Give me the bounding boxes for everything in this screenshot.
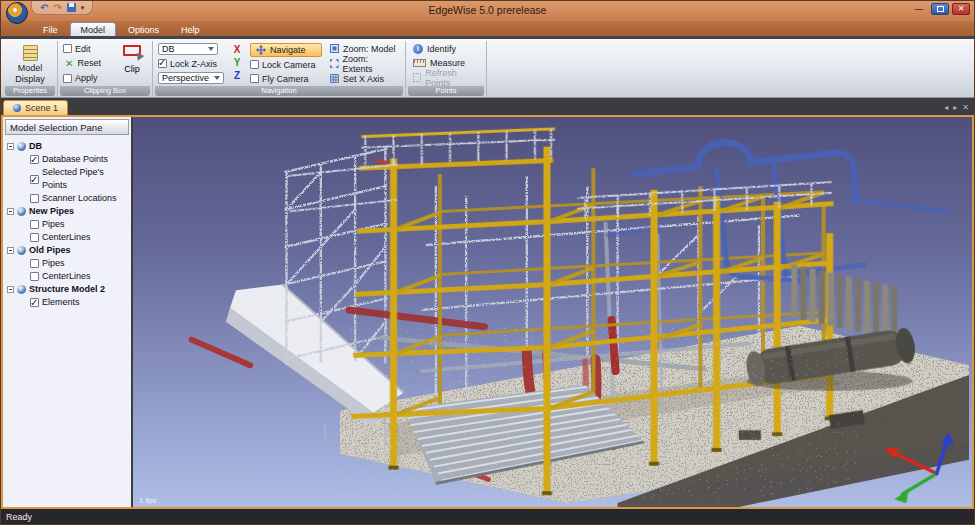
model-display-button[interactable]: Model Display (8, 43, 52, 84)
refresh-points-icon (413, 73, 421, 82)
minimize-button[interactable]: — (910, 3, 928, 15)
clip-button[interactable]: Clip (124, 64, 140, 74)
tree-item-database-points[interactable]: Database Points (30, 153, 131, 166)
window-title: EdgeWise 5.0 prerelease (1, 4, 974, 16)
zoom-model-label: Zoom: Model (343, 44, 396, 54)
tree-item-old-pipes-centerlines[interactable]: CenterLines (30, 270, 131, 283)
edit-checkbox[interactable]: Edit (63, 43, 111, 54)
tree-item-label: Scanner Locations (42, 192, 117, 205)
window-controls: — ✕ (910, 3, 970, 15)
reset-label: Reset (77, 58, 101, 68)
collapse-icon[interactable] (7, 208, 14, 215)
scene-tab[interactable]: Scene 1 (3, 100, 68, 115)
zoom-model-button[interactable]: Zoom: Model (328, 43, 400, 54)
zoom-extents-button[interactable]: Zoom: Extents (328, 57, 400, 70)
model-selection-pane: Model Selection Pane DB Database Points … (3, 117, 133, 507)
group-label-navigation: Navigation (155, 86, 403, 96)
tree-node-structure-model-2[interactable]: Structure Model 2 (7, 283, 131, 296)
reset-button[interactable]: ✕ Reset (63, 57, 111, 69)
tree-item-label: Pipes (42, 218, 65, 231)
checkbox[interactable] (30, 259, 39, 268)
checkbox[interactable] (30, 155, 39, 164)
lock-z-axis-checkbox-box[interactable] (158, 59, 167, 68)
model-sphere-icon (17, 142, 26, 151)
tree-item-label: Database Points (42, 153, 108, 166)
apply-checkbox[interactable]: Apply (63, 73, 111, 84)
zoom-extents-label: Zoom: Extents (343, 54, 398, 74)
group-label-clipping-box: Clipping Box (60, 86, 150, 96)
status-bar: Ready (1, 509, 974, 524)
checkbox[interactable] (30, 220, 39, 229)
tree-node-old-pipes[interactable]: Old Pipes (7, 244, 131, 257)
tab-prev-icon[interactable]: ◂ (944, 103, 948, 112)
tab-file[interactable]: File (33, 23, 68, 36)
projection-dropdown-value: Perspective (162, 73, 209, 83)
viewport-canvas[interactable] (133, 117, 972, 507)
lock-z-axis-checkbox[interactable]: Lock Z-Axis (158, 58, 224, 69)
checkbox[interactable] (30, 194, 39, 203)
checkbox[interactable] (30, 298, 39, 307)
checkbox[interactable] (30, 175, 39, 184)
viewport-3d[interactable]: 1 fps (133, 117, 972, 507)
tab-close-icon[interactable]: ✕ (962, 103, 969, 112)
chevron-down-icon (214, 76, 220, 80)
collapse-icon[interactable] (7, 286, 14, 293)
fly-camera-checkbox-box[interactable] (250, 74, 259, 83)
identify-label: Identify (427, 44, 456, 54)
lock-camera-label: Lock Camera (262, 60, 316, 70)
app-logo-icon[interactable] (6, 2, 28, 24)
projection-dropdown[interactable]: Perspective (158, 72, 224, 84)
ribbon-tab-bar: File Model Options Help (1, 21, 974, 36)
fps-counter: 1 fps (139, 496, 156, 505)
checkbox[interactable] (30, 233, 39, 242)
scene-area: Model Selection Pane DB Database Points … (1, 115, 974, 509)
checkbox[interactable] (30, 272, 39, 281)
collapse-icon[interactable] (7, 143, 14, 150)
tree-item-label: Selected Pipe's Points (42, 166, 131, 192)
group-label-points: Points (408, 86, 484, 96)
tree-node-db[interactable]: DB (7, 140, 131, 153)
tab-help[interactable]: Help (171, 23, 210, 36)
set-x-axis-label: Set X Axis (343, 74, 384, 84)
tab-model[interactable]: Model (70, 22, 117, 36)
tab-options[interactable]: Options (118, 23, 169, 36)
tree-item-label: CenterLines (42, 270, 91, 283)
view-dropdown[interactable]: DB (158, 43, 218, 55)
close-button[interactable]: ✕ (952, 3, 970, 15)
measure-button[interactable]: Measure (411, 57, 481, 68)
model-sphere-icon (17, 246, 26, 255)
tab-next-icon[interactable]: ▸ (953, 103, 957, 112)
navigate-button[interactable]: Navigate (250, 43, 322, 57)
axis-y-button[interactable]: Y (230, 56, 244, 69)
axis-z-button[interactable]: Z (230, 69, 244, 82)
set-x-axis-button[interactable]: Set X Axis (328, 73, 400, 84)
zoom-extents-icon (330, 59, 339, 68)
tree-item-elements[interactable]: Elements (30, 296, 131, 309)
tree-item-label: Pipes (42, 257, 65, 270)
tree-item-scanner-locations[interactable]: Scanner Locations (30, 192, 131, 205)
axis-x-button[interactable]: X (230, 43, 244, 56)
tree-item-new-pipes-pipes[interactable]: Pipes (30, 218, 131, 231)
measure-label: Measure (430, 58, 465, 68)
tab-nav-controls: ◂ ▸ ✕ (944, 103, 974, 115)
edit-checkbox-box[interactable] (63, 44, 72, 53)
navigate-move-icon (256, 45, 266, 55)
set-x-axis-grid-icon (330, 74, 339, 83)
restore-button[interactable] (931, 3, 949, 15)
refresh-points-label: Refresh Points (425, 68, 479, 88)
tree-item-selected-pipes-points[interactable]: Selected Pipe's Points (30, 166, 131, 192)
fly-camera-checkbox[interactable]: Fly Camera (250, 73, 322, 84)
identify-button[interactable]: i Identify (411, 43, 481, 54)
collapse-icon[interactable] (7, 247, 14, 254)
lock-camera-checkbox[interactable]: Lock Camera (250, 60, 322, 71)
lock-camera-checkbox-box[interactable] (250, 60, 259, 69)
tree-node-label: DB (29, 140, 42, 153)
apply-label: Apply (75, 73, 98, 83)
tree-node-new-pipes[interactable]: New Pipes (7, 205, 131, 218)
tree-item-new-pipes-centerlines[interactable]: CenterLines (30, 231, 131, 244)
restore-icon (937, 6, 944, 12)
measure-ruler-icon (413, 59, 426, 67)
apply-checkbox-box[interactable] (63, 74, 72, 83)
tree-item-old-pipes-pipes[interactable]: Pipes (30, 257, 131, 270)
edit-label: Edit (75, 44, 91, 54)
